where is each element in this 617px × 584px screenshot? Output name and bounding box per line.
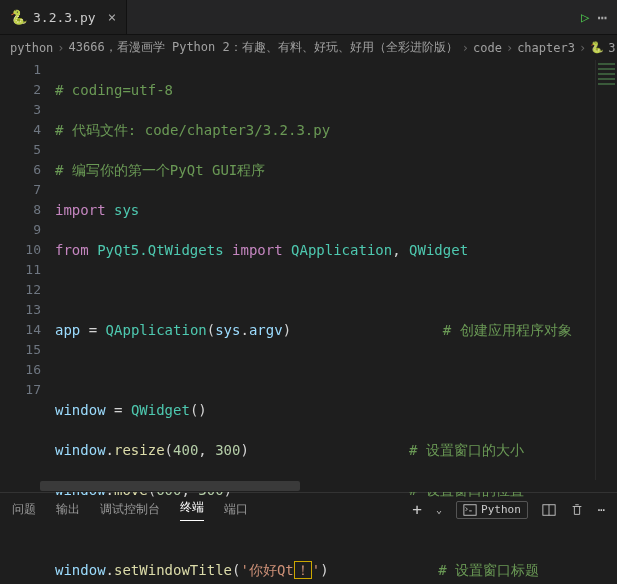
crumb-item[interactable]: 43666，看漫画学 Python 2：有趣、有料、好玩、好用（全彩进阶版） [69, 39, 458, 56]
crumb-item[interactable]: python [10, 41, 53, 55]
panel-tab-problems[interactable]: 问题 [12, 501, 36, 518]
code-content[interactable]: # coding=utf-8 # 代码文件: code/chapter3/3.2… [55, 60, 595, 480]
editor-tabs: 🐍 3.2.3.py × ▷ ⋯ [0, 0, 617, 35]
tab-more-icon[interactable]: ⋯ [597, 8, 607, 27]
python-file-icon: 🐍 [590, 41, 604, 54]
crumb-item[interactable]: code [473, 41, 502, 55]
scrollbar-thumb[interactable] [40, 481, 300, 491]
close-tab-icon[interactable]: × [108, 9, 116, 25]
minimap[interactable] [595, 60, 617, 480]
breadcrumb: python› 43666，看漫画学 Python 2：有趣、有料、好玩、好用（… [0, 35, 617, 60]
python-file-icon: 🐍 [10, 9, 27, 25]
tab-filename: 3.2.3.py [33, 10, 96, 25]
run-controls: ▷ ⋯ [571, 0, 617, 34]
file-tab[interactable]: 🐍 3.2.3.py × [0, 0, 127, 34]
code-editor[interactable]: 1234 5678 9101112 13141516 17 # coding=u… [0, 60, 617, 480]
horizontal-scrollbar[interactable] [0, 480, 617, 492]
crumb-item[interactable]: 3. [608, 41, 617, 55]
run-icon[interactable]: ▷ [581, 9, 589, 25]
line-gutter: 1234 5678 9101112 13141516 17 [0, 60, 55, 480]
crumb-item[interactable]: chapter3 [517, 41, 575, 55]
panel-more-icon[interactable]: ⋯ [598, 503, 605, 517]
